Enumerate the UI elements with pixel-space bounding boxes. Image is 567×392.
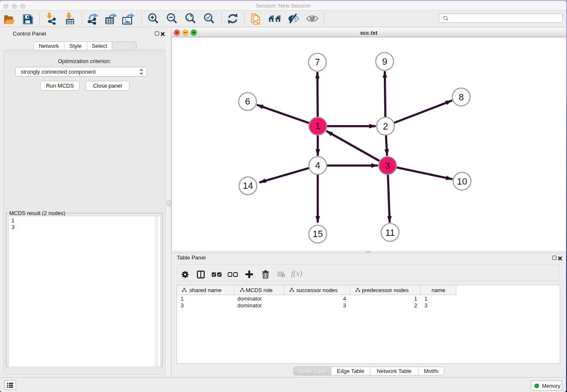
svg-text:10: 10	[457, 176, 467, 187]
svg-text:11: 11	[385, 227, 395, 238]
svg-text:1: 1	[315, 121, 320, 131]
svg-text:6: 6	[245, 96, 250, 107]
svg-text:9: 9	[382, 56, 387, 67]
svg-text:3: 3	[385, 160, 390, 171]
svg-text:7: 7	[315, 57, 320, 67]
svg-text:8: 8	[459, 92, 464, 102]
svg-text:15: 15	[313, 229, 323, 239]
svg-text:2: 2	[383, 121, 388, 132]
svg-text:14: 14	[243, 180, 253, 191]
svg-text:4: 4	[315, 160, 320, 171]
